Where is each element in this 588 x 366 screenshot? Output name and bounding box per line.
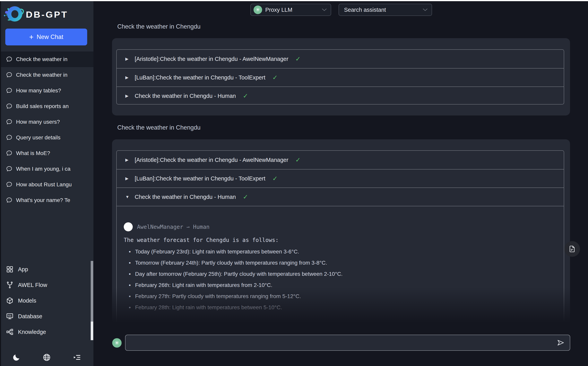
sidebar-item-models[interactable]: Models — [0, 293, 91, 308]
chat-history-item[interactable]: How many tables? — [0, 83, 93, 99]
git-branch-icon — [6, 281, 14, 289]
chat-bubble-icon — [6, 119, 13, 125]
chat-history-item[interactable]: Query user details — [0, 130, 93, 145]
forecast-list: Today (February 23rd): Light rain with t… — [124, 246, 564, 313]
theme-toggle-button[interactable] — [11, 352, 22, 362]
forecast-item: February 26th: Light rain with temperatu… — [124, 280, 564, 291]
chat-bubble-icon — [6, 181, 13, 188]
send-button[interactable] — [555, 336, 567, 349]
forecast-item: February 27th: Partly cloudy with temper… — [124, 291, 564, 302]
sidebar-footer — [0, 352, 93, 363]
chat-history-label: What's your name? Te — [16, 197, 70, 203]
chat-input[interactable] — [130, 335, 555, 350]
chat-input-box — [125, 335, 570, 351]
knowledge-graph-icon — [6, 328, 14, 336]
new-chat-button[interactable]: + New Chat — [5, 29, 87, 46]
agent-step-header[interactable]: ▶ [Aristotle]:Check the weather in Cheng… — [117, 151, 564, 169]
model-select-value: Proxy LLM — [265, 7, 293, 13]
agent-step-header[interactable]: ▶ [LuBan]:Check the weather in Chengdu -… — [117, 68, 564, 86]
sidebar-item-label: AWEL Flow — [18, 282, 47, 288]
sidebar-item-label: App — [18, 266, 28, 273]
chat-history-label: What is MoE? — [16, 150, 50, 156]
caret-right-icon: ▶ — [125, 158, 130, 162]
cube-icon — [6, 297, 14, 305]
plus-icon: + — [29, 33, 33, 41]
sidebar-item-knowledge[interactable]: Knowledge — [0, 324, 91, 340]
chat-history-item[interactable]: What's your name? Te — [0, 192, 93, 208]
chat-history-item[interactable]: Check the weather in — [0, 67, 93, 83]
chat-history-item[interactable]: How many users? — [0, 114, 93, 130]
chat-history-item[interactable]: How about Rust Langu — [0, 177, 93, 192]
forecast-item: Today (February 23rd): Light rain with t… — [124, 246, 564, 257]
sidebar: DB-GPT + New Chat Check the weather in C… — [0, 0, 93, 366]
agent-step-label: [Aristotle]:Check the weather in Chengdu… — [135, 56, 288, 62]
chat-history-label: Query user details — [16, 134, 60, 141]
sidebar-nav: App AWEL Flow Models SQL Database Knowle… — [0, 261, 91, 340]
chat-history-label: How about Rust Langu — [16, 182, 72, 188]
message-title: Check the weather in Chengdu — [117, 124, 201, 131]
agent-step-header[interactable]: ▶ Check the weather in Chengdu - Human ✓ — [117, 86, 564, 105]
caret-right-icon: ▶ — [125, 57, 130, 61]
check-icon: ✓ — [272, 175, 278, 182]
brand-title: DB-GPT — [26, 9, 68, 20]
chat-history-item[interactable]: When I am young, i ca — [0, 161, 93, 177]
dbgpt-logo-icon — [4, 4, 24, 25]
new-chat-label: New Chat — [37, 33, 63, 40]
agent-step-header[interactable]: ▶ [LuBan]:Check the weather in Chengdu -… — [117, 169, 564, 188]
agent-route-row: AwelNewManager ⇀ Human — [124, 222, 564, 231]
svg-text:SQL: SQL — [8, 315, 12, 317]
check-icon: ✓ — [295, 156, 301, 164]
chat-bubble-icon — [6, 72, 13, 78]
chat-history-item[interactable]: Build sales reports an — [0, 99, 93, 114]
sidebar-scrollbar-track[interactable] — [91, 321, 93, 340]
check-icon: ✓ — [243, 193, 248, 201]
paper-plane-icon — [557, 338, 565, 347]
sidebar-item-awel-flow[interactable]: AWEL Flow — [0, 277, 91, 293]
agent-route-label: AwelNewManager ⇀ Human — [137, 224, 210, 230]
forecast-item: February 28th: Light rain with temperatu… — [124, 302, 564, 313]
language-button[interactable] — [42, 352, 52, 362]
agent-step-label: [LuBan]:Check the weather in Chengdu - T… — [135, 175, 265, 182]
document-float-button[interactable] — [564, 241, 580, 257]
check-icon: ✓ — [243, 92, 248, 100]
caret-down-icon: ▼ — [125, 195, 130, 199]
chevron-down-icon — [322, 8, 327, 11]
agent-steps-accordion: ▶ [Aristotle]:Check the weather in Cheng… — [116, 49, 564, 105]
chat-history-label: How many tables? — [16, 87, 61, 94]
collapse-sidebar-button[interactable] — [72, 352, 82, 362]
agent-select[interactable]: Search assistant — [338, 4, 432, 16]
brand: DB-GPT — [4, 4, 68, 25]
chat-bubble-icon — [6, 197, 13, 204]
chat-history-list: Check the weather in Check the weather i… — [0, 52, 93, 208]
sidebar-item-label: Database — [18, 313, 42, 320]
caret-right-icon: ▶ — [125, 176, 130, 181]
agent-step-header-expanded[interactable]: ▼ Check the weather in Chengdu - Human ✓ — [117, 188, 564, 206]
agent-step-label: Check the weather in Chengdu - Human — [135, 93, 236, 99]
chat-history-item[interactable]: What is MoE? — [0, 145, 93, 161]
agent-step-label: [Aristotle]:Check the weather in Chengdu… — [135, 157, 288, 163]
agent-step-content: AwelNewManager ⇀ Human The weather forec… — [117, 206, 564, 313]
window-top-edge — [0, 0, 588, 1]
chat-bubble-icon — [6, 56, 13, 63]
sql-monitor-icon: SQL — [6, 312, 14, 320]
chevron-down-icon — [423, 8, 428, 11]
caret-right-icon: ▶ — [125, 93, 130, 98]
sidebar-item-app[interactable]: App — [0, 261, 91, 277]
sidebar-item-database[interactable]: SQL Database — [0, 308, 91, 324]
agent-step-header[interactable]: ▶ [Aristotle]:Check the weather in Cheng… — [117, 50, 564, 68]
model-select[interactable]: ✳ Proxy LLM — [250, 4, 331, 16]
forecast-item: Day after tomorrow (February 25th): Part… — [124, 268, 564, 280]
forecast-item: Tomorrow (February 24th): Partly cloudy … — [124, 257, 564, 268]
sidebar-scrollbar-thumb[interactable] — [91, 261, 93, 321]
chat-history-label: Check the weather in — [16, 56, 67, 62]
agent-select-value: Search assistant — [344, 7, 386, 13]
collapse-sidebar-icon — [73, 353, 81, 362]
agent-steps-accordion: ▶ [Aristotle]:Check the weather in Cheng… — [116, 150, 564, 325]
agent-steps-card: ▶ [Aristotle]:Check the weather in Cheng… — [112, 38, 570, 115]
model-avatar: ✳ — [112, 338, 122, 348]
agent-steps-card: ▶ [Aristotle]:Check the weather in Cheng… — [112, 139, 570, 324]
chat-bubble-icon — [6, 87, 13, 94]
app-window: DB-GPT + New Chat Check the weather in C… — [0, 0, 588, 366]
agent-step-label: [LuBan]:Check the weather in Chengdu - T… — [135, 74, 265, 81]
chat-history-item[interactable]: Check the weather in — [0, 52, 93, 67]
